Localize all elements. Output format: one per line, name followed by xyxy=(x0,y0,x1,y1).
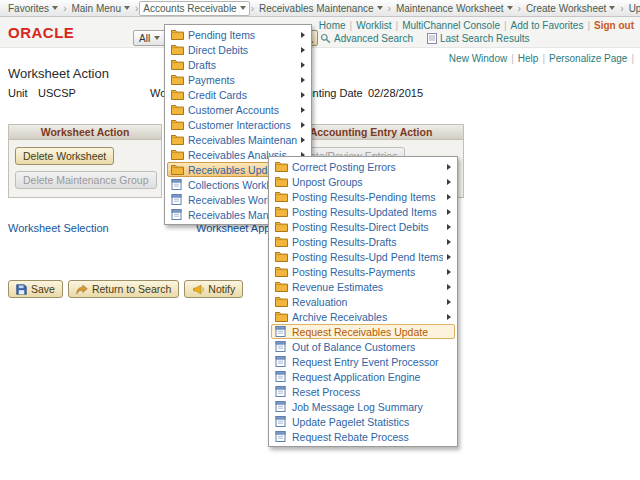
breadcrumb-item[interactable]: Maintenance Worksheet xyxy=(392,1,517,16)
menu-item[interactable]: Revaluation xyxy=(271,294,455,309)
link-separator: | xyxy=(396,20,399,31)
menu-item[interactable]: Payments xyxy=(167,72,309,87)
return-to-search-button[interactable]: Return to Search xyxy=(68,280,179,298)
menu-item[interactable]: Request Receivables Update xyxy=(271,324,455,339)
folder-icon xyxy=(171,44,184,55)
submenu-arrow-icon xyxy=(447,209,451,215)
page-title: Worksheet Action xyxy=(8,66,109,81)
submenu-arrow-icon xyxy=(301,137,305,143)
menu-item[interactable]: Direct Debits xyxy=(167,42,309,57)
menu-item[interactable]: Unpost Groups xyxy=(271,174,455,189)
menu-item[interactable]: Customer Interactions xyxy=(167,117,309,132)
folder-icon xyxy=(275,251,288,262)
link-separator: | xyxy=(631,53,634,64)
save-label: Save xyxy=(31,283,55,295)
save-button[interactable]: Save xyxy=(8,280,63,298)
menu-item-label: Archive Receivables xyxy=(292,311,443,323)
header-link[interactable]: Add to Favorites xyxy=(511,20,584,31)
menu-item[interactable]: Revenue Estimates xyxy=(271,279,455,294)
worksheet-selection-link[interactable]: Worksheet Selection xyxy=(8,222,109,234)
page-icon xyxy=(171,209,184,220)
menu-item[interactable]: Customer Accounts xyxy=(167,102,309,117)
menu-item-label: Customer Interactions xyxy=(188,119,297,131)
last-search-results-link[interactable]: Last Search Results xyxy=(427,33,530,44)
unit-label: Unit xyxy=(8,87,28,99)
menu-item[interactable]: Posting Results-Updated Items xyxy=(271,204,455,219)
menu-item-label: Request Rebate Process xyxy=(292,431,451,443)
notify-button[interactable]: Notify xyxy=(184,280,243,298)
folder-icon xyxy=(171,74,184,85)
menu-item-label: Request Application Engine xyxy=(292,371,451,383)
menu-item[interactable]: Correct Posting Errors xyxy=(271,159,455,174)
breadcrumb-item[interactable]: Create Worksheet xyxy=(522,1,619,16)
return-to-search-label: Return to Search xyxy=(92,283,171,295)
page-icon xyxy=(171,179,184,190)
toolbar: Save Return to Search Notify xyxy=(8,280,243,298)
menu-item[interactable]: Posting Results-Direct Debits xyxy=(271,219,455,234)
submenu-arrow-icon xyxy=(447,269,451,275)
menu-item[interactable]: Receivables Maintenance xyxy=(167,132,309,147)
menu-item-label: Posting Results-Payments xyxy=(292,266,443,278)
folder-icon xyxy=(171,164,184,175)
menu-item[interactable]: Request Application Engine xyxy=(271,369,455,384)
breadcrumb-separator: › xyxy=(518,3,521,14)
search-scope-button[interactable]: All xyxy=(133,30,166,46)
folder-icon xyxy=(171,134,184,145)
menu-item[interactable]: Posting Results-Upd Pend Items xyxy=(271,249,455,264)
save-icon xyxy=(16,284,27,295)
link-separator: | xyxy=(542,53,545,64)
breadcrumb-label: Main Menu xyxy=(71,3,120,14)
menu-item-label: Out of Balance Customers xyxy=(292,341,451,353)
header-link[interactable]: Home xyxy=(319,20,346,31)
breadcrumb-label: Favorites xyxy=(8,3,49,14)
page-icon xyxy=(275,356,288,367)
menu-item[interactable]: Pending Items xyxy=(167,27,309,42)
advanced-search-link[interactable]: Advanced Search xyxy=(320,33,413,44)
menu-item[interactable]: Reset Process xyxy=(271,384,455,399)
menu-item[interactable]: Job Message Log Summary xyxy=(271,399,455,414)
menu-item[interactable]: Archive Receivables xyxy=(271,309,455,324)
breadcrumb-item[interactable]: Favorites xyxy=(4,1,62,16)
pagebar-link[interactable]: Personalize Page xyxy=(549,53,627,64)
menu-item-label: Credit Cards xyxy=(188,89,297,101)
breadcrumb-item[interactable]: Update Worksheet xyxy=(625,1,640,16)
submenu-arrow-icon xyxy=(301,62,305,68)
menu-item-label: Posting Results-Direct Debits xyxy=(292,221,443,233)
pagebar-link[interactable]: Help xyxy=(518,53,539,64)
menu-item-label: Receivables Maintenance xyxy=(188,134,297,146)
menu-item-label: Reset Process xyxy=(292,386,451,398)
submenu-arrow-icon xyxy=(301,122,305,128)
pagebar-link[interactable]: New Window xyxy=(449,53,507,64)
menu-item-label: Posting Results-Updated Items xyxy=(292,206,443,218)
menu-item-label: Unpost Groups xyxy=(292,176,443,188)
application-window: Favorites›Main Menu›Accounts Receivable›… xyxy=(0,0,640,480)
submenu-arrow-icon xyxy=(301,107,305,113)
receivables-update-submenu: Correct Posting ErrorsUnpost GroupsPosti… xyxy=(268,156,458,447)
submenu-arrow-icon xyxy=(301,32,305,38)
pagebar-links: New Window|Help|Personalize Page| xyxy=(449,53,634,64)
menu-item[interactable]: Out of Balance Customers xyxy=(271,339,455,354)
menu-item[interactable]: Posting Results-Drafts xyxy=(271,234,455,249)
delete-worksheet-button[interactable]: Delete Worksheet xyxy=(15,147,114,165)
menu-item[interactable]: Update Pagelet Statistics xyxy=(271,414,455,429)
breadcrumb-item[interactable]: Accounts Receivable xyxy=(139,1,249,16)
menu-item[interactable]: Drafts xyxy=(167,57,309,72)
header-bar: ORACLE Home|Worklist|MultiChannel Consol… xyxy=(0,17,640,48)
menu-item[interactable]: Posting Results-Pending Items xyxy=(271,189,455,204)
breadcrumb-item[interactable]: Main Menu xyxy=(67,1,133,16)
header-links: Home|Worklist|MultiChannel Console|Add t… xyxy=(319,20,634,31)
submenu-arrow-icon xyxy=(301,77,305,83)
link-separator: | xyxy=(504,20,507,31)
header-link[interactable]: MultiChannel Console xyxy=(402,20,500,31)
menu-item[interactable]: Posting Results-Payments xyxy=(271,264,455,279)
breadcrumb: Favorites›Main Menu›Accounts Receivable›… xyxy=(0,0,640,17)
breadcrumb-item[interactable]: Receivables Maintenance xyxy=(255,1,387,16)
delete-maintenance-group-button: Delete Maintenance Group xyxy=(15,171,157,189)
menu-item[interactable]: Credit Cards xyxy=(167,87,309,102)
menu-item[interactable]: Request Rebate Process xyxy=(271,429,455,444)
page-icon xyxy=(275,386,288,397)
caret-down-icon xyxy=(124,6,130,10)
signout-link[interactable]: Sign out xyxy=(594,20,634,31)
menu-item[interactable]: Request Entry Event Processor xyxy=(271,354,455,369)
header-link[interactable]: Worklist xyxy=(356,20,391,31)
